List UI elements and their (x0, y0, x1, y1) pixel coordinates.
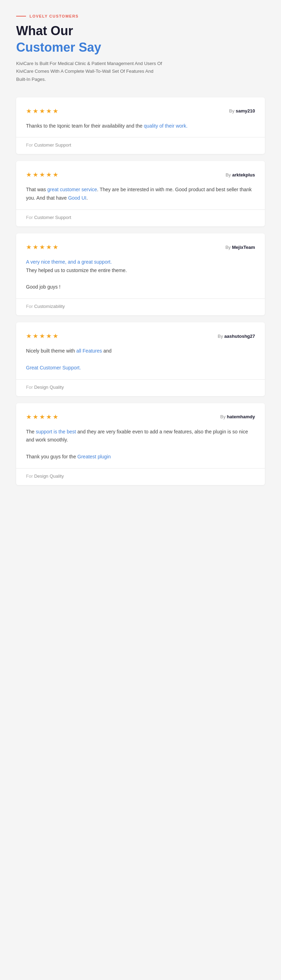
section-title-line1: What Our (16, 23, 265, 38)
review-category: Customizability (34, 304, 65, 309)
review-category: Customer Support (34, 215, 71, 220)
star-2: ★ (33, 243, 38, 251)
star-4: ★ (46, 107, 52, 115)
star-2: ★ (33, 107, 38, 115)
review-body: That was great customer service. They ar… (26, 186, 255, 202)
for-label: For (26, 215, 34, 220)
review-card: ★ ★ ★ ★ ★ By samy210 Thanks to the Iqoni… (16, 97, 265, 154)
for-label: For (26, 474, 34, 479)
highlight: support is the best (36, 429, 76, 434)
stars: ★ ★ ★ ★ ★ (26, 107, 58, 115)
review-card: ★ ★ ★ ★ ★ By hatemhamdy The support is t… (16, 403, 265, 485)
star-5: ★ (53, 413, 58, 421)
review-body: Thanks to the Iqonic team for their avai… (26, 122, 255, 130)
for-label: For (26, 304, 34, 309)
section-description: KiviCare Is Built For Medical Clinic & P… (16, 60, 164, 83)
star-3: ★ (39, 413, 45, 421)
review-header: ★ ★ ★ ★ ★ By hatemhamdy (26, 413, 255, 421)
review-footer: For Design Quality (26, 469, 255, 485)
star-5: ★ (53, 332, 58, 340)
review-header: ★ ★ ★ ★ ★ By aashutoshg27 (26, 332, 255, 340)
stars: ★ ★ ★ ★ ★ (26, 413, 58, 421)
star-5: ★ (53, 107, 58, 115)
star-3: ★ (39, 243, 45, 251)
review-body: Nicely built theme with all Features and… (26, 347, 255, 372)
highlight: quality of their work. (144, 123, 187, 129)
stars: ★ ★ ★ ★ ★ (26, 171, 58, 178)
star-2: ★ (33, 413, 38, 421)
star-3: ★ (39, 332, 45, 340)
star-3: ★ (39, 107, 45, 115)
section-label-text: LOVELY CUSTOMERS (30, 14, 79, 18)
star-5: ★ (53, 243, 58, 251)
highlight-2: Great Customer Support. (26, 365, 81, 371)
highlight-2: Good UI (68, 195, 86, 201)
review-card: ★ ★ ★ ★ ★ By MejixTeam A very nice theme… (16, 234, 265, 315)
review-author: By hatemhamdy (220, 414, 255, 419)
star-1: ★ (26, 107, 32, 115)
star-1: ★ (26, 332, 32, 340)
star-4: ★ (46, 413, 52, 421)
star-2: ★ (33, 171, 38, 178)
review-card: ★ ★ ★ ★ ★ By aashutoshg27 Nicely built t… (16, 322, 265, 396)
section-title-line2: Customer Say (16, 40, 265, 55)
review-card: ★ ★ ★ ★ ★ By arktekplus That was great c… (16, 161, 265, 226)
review-header: ★ ★ ★ ★ ★ By arktekplus (26, 171, 255, 178)
star-4: ★ (46, 243, 52, 251)
star-1: ★ (26, 171, 32, 178)
star-3: ★ (39, 171, 45, 178)
section-label: LOVELY CUSTOMERS (16, 14, 265, 18)
review-footer: For Customer Support (26, 210, 255, 226)
review-category: Design Quality (34, 385, 64, 390)
star-1: ★ (26, 243, 32, 251)
star-5: ★ (53, 171, 58, 178)
star-4: ★ (46, 332, 52, 340)
review-body: A very nice theme, and a great support. … (26, 258, 255, 291)
review-author: By samy210 (229, 108, 255, 113)
review-footer: For Design Quality (26, 380, 255, 396)
star-1: ★ (26, 413, 32, 421)
reviews-container: ★ ★ ★ ★ ★ By samy210 Thanks to the Iqoni… (16, 97, 265, 485)
section-label-line (16, 16, 26, 16)
review-body: The support is the best and they are ver… (26, 428, 255, 461)
review-footer: For Customer Support (26, 137, 255, 154)
review-footer: For Customizability (26, 299, 255, 315)
highlight: great customer service (48, 187, 97, 192)
review-category: Customer Support (34, 142, 71, 148)
star-4: ★ (46, 171, 52, 178)
for-label: For (26, 142, 34, 148)
review-author: By MejixTeam (225, 245, 255, 250)
review-author: By aashutoshg27 (218, 334, 255, 339)
page-wrapper: LOVELY CUSTOMERS What Our Customer Say K… (0, 0, 281, 506)
stars: ★ ★ ★ ★ ★ (26, 332, 58, 340)
highlight-2: Greatest plugin (77, 454, 111, 460)
review-header: ★ ★ ★ ★ ★ By MejixTeam (26, 243, 255, 251)
for-label: For (26, 385, 34, 390)
review-category: Design Quality (34, 474, 64, 479)
stars: ★ ★ ★ ★ ★ (26, 243, 58, 251)
review-author: By arktekplus (225, 172, 255, 178)
review-header: ★ ★ ★ ★ ★ By samy210 (26, 107, 255, 115)
highlight: A very nice theme, and a great support. (26, 259, 112, 265)
highlight: all Features (76, 348, 102, 354)
star-2: ★ (33, 332, 38, 340)
